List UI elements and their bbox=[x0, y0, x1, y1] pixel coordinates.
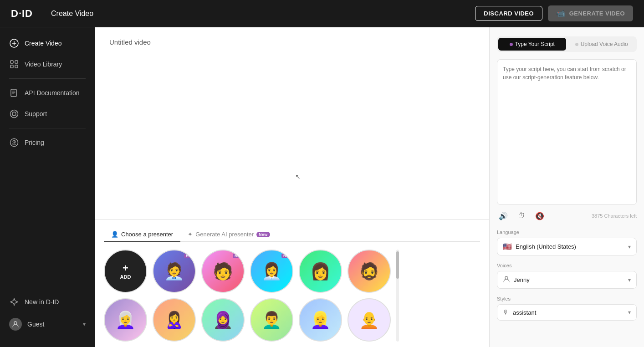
style-value: assistant bbox=[513, 309, 536, 316]
sidebar-bottom: New in D-ID Guest ▾ bbox=[0, 286, 95, 342]
sidebar-item-create-video[interactable]: Create Video bbox=[0, 33, 95, 54]
script-tools: 🔊 ⏱ 🔇 bbox=[497, 209, 546, 222]
sparkle-icon bbox=[9, 297, 19, 307]
lifebuoy-icon bbox=[9, 109, 19, 119]
styles-group: Styles 🎙 assistant ▾ bbox=[497, 296, 637, 321]
language-value: English (United States) bbox=[516, 243, 576, 250]
timer-icon[interactable]: ⏱ bbox=[515, 209, 528, 222]
video-title[interactable]: Untitled video bbox=[109, 38, 151, 46]
scrollbar[interactable] bbox=[396, 250, 399, 342]
header: D·ID Create Video DISCARD VIDEO 📹 GENERA… bbox=[0, 0, 644, 27]
language-group: Language 🇺🇸 English (United States) ▾ bbox=[497, 230, 637, 255]
guest-chevron: ▾ bbox=[83, 321, 86, 327]
presenter-6[interactable]: 👩‍🦳 bbox=[104, 298, 147, 342]
voices-chevron-icon: ▾ bbox=[628, 277, 631, 283]
sidebar-item-new-in-did[interactable]: New in D-ID bbox=[0, 291, 95, 312]
sidebar-nav: Create Video Video Library bbox=[0, 33, 95, 286]
right-panel: Type Your Script Upload Voice Audio 🔊 ⏱ … bbox=[489, 27, 644, 347]
us-flag: 🇺🇸 bbox=[503, 242, 512, 251]
hq-badge-2: HQ bbox=[233, 253, 242, 258]
char-count: 3875 Characters left bbox=[592, 213, 637, 219]
create-video-label: Create Video bbox=[25, 40, 61, 47]
presenter-5[interactable]: 🧔 bbox=[348, 250, 391, 293]
presenter-3[interactable]: 👩‍💼 HQ bbox=[250, 250, 293, 293]
dollar-icon bbox=[9, 138, 19, 148]
pricing-label: Pricing bbox=[25, 139, 44, 146]
svg-rect-1 bbox=[10, 61, 13, 63]
api-docs-label: API Documentation bbox=[25, 89, 80, 97]
presenter-1[interactable]: 🧑‍💼 HQ bbox=[153, 250, 196, 293]
svg-point-9 bbox=[14, 321, 17, 324]
sidebar-item-support[interactable]: Support bbox=[0, 103, 95, 124]
scrollbar-thumb bbox=[396, 251, 399, 279]
presenter-7[interactable]: 🙎‍♀️ bbox=[153, 298, 196, 342]
script-area: 🔊 ⏱ 🔇 3875 Characters left bbox=[497, 59, 637, 222]
discard-video-button[interactable]: DISCARD VIDEO bbox=[475, 6, 542, 21]
svg-point-7 bbox=[12, 112, 16, 116]
generate-video-button[interactable]: 📹 GENERATE VIDEO bbox=[548, 5, 633, 21]
person-icon: 👤 bbox=[111, 231, 118, 238]
header-left: D·ID Create Video bbox=[11, 8, 93, 20]
plus-circle-icon bbox=[9, 38, 19, 48]
language-label: Language bbox=[497, 230, 637, 235]
new-badge: New bbox=[256, 232, 270, 237]
voices-select[interactable]: Jenny ▾ bbox=[497, 271, 637, 289]
presenter-row-2: 👩‍🦳 🙎‍♀️ 🧕 👨‍🦱 👱‍♀️ bbox=[104, 298, 391, 342]
language-chevron-icon: ▾ bbox=[628, 244, 631, 250]
presenter-row-1: + ADD 🧑‍💼 HQ 🧑 HQ 👩‍💼 bbox=[104, 250, 391, 293]
video-library-label: Video Library bbox=[25, 61, 62, 68]
logo-text: D·ID bbox=[11, 8, 33, 20]
script-toolbar: 🔊 ⏱ 🔇 3875 Characters left bbox=[497, 207, 637, 222]
volume-icon[interactable]: 🔊 bbox=[497, 209, 510, 222]
script-tabs: Type Your Script Upload Voice Audio bbox=[497, 36, 637, 52]
svg-rect-5 bbox=[11, 89, 16, 97]
logo: D·ID bbox=[11, 8, 33, 20]
video-canvas: Untitled video ↖ bbox=[95, 27, 489, 219]
sidebar-item-guest[interactable]: Guest ▾ bbox=[0, 312, 95, 336]
sidebar-divider-1 bbox=[9, 78, 86, 79]
support-label: Support bbox=[25, 110, 47, 117]
avatar bbox=[9, 318, 22, 331]
tab-type-script[interactable]: Type Your Script bbox=[498, 38, 566, 51]
video-camera-icon: 📹 bbox=[556, 9, 566, 18]
tab-upload-audio[interactable]: Upload Voice Audio bbox=[568, 38, 636, 51]
hq-badge-3: HQ bbox=[281, 253, 291, 258]
sidebar: Create Video Video Library bbox=[0, 27, 95, 347]
hq-badge-1: HQ bbox=[184, 253, 193, 258]
svg-rect-2 bbox=[15, 61, 18, 63]
presenter-11[interactable]: 🧑‍🦲 bbox=[348, 298, 391, 342]
header-title: Create Video bbox=[51, 10, 93, 18]
styles-select[interactable]: 🎙 assistant ▾ bbox=[497, 304, 637, 321]
main-layout: Create Video Video Library bbox=[0, 27, 644, 347]
tab-choose-presenter[interactable]: 👤 Choose a presenter bbox=[104, 227, 180, 242]
header-actions: DISCARD VIDEO 📹 GENERATE VIDEO bbox=[475, 5, 633, 21]
mic-icon: 🎙 bbox=[503, 309, 509, 316]
ai-sparkle-icon: ✦ bbox=[188, 231, 193, 238]
presenter-grid: + ADD 🧑‍💼 HQ 🧑 HQ 👩‍💼 bbox=[104, 250, 480, 347]
new-in-did-label: New in D-ID bbox=[25, 298, 59, 306]
presenter-9[interactable]: 👨‍🦱 bbox=[250, 298, 293, 342]
content-area: Untitled video ↖ 👤 Choose a presenter ✦ … bbox=[95, 27, 489, 347]
presenter-rows: + ADD 🧑‍💼 HQ 🧑 HQ 👩‍💼 bbox=[104, 250, 391, 342]
script-textarea[interactable] bbox=[497, 59, 637, 205]
presenter-tabs: 👤 Choose a presenter ✦ Generate AI prese… bbox=[104, 227, 480, 242]
doc-icon bbox=[9, 88, 19, 98]
plus-icon: + bbox=[123, 263, 128, 273]
voices-group: Voices Jenny ▾ bbox=[497, 263, 637, 289]
presenter-8[interactable]: 🧕 bbox=[201, 298, 245, 342]
presenter-10[interactable]: 👱‍♀️ bbox=[299, 298, 342, 342]
sidebar-item-video-library[interactable]: Video Library bbox=[0, 54, 95, 75]
svg-point-10 bbox=[505, 276, 508, 279]
guest-label: Guest bbox=[27, 321, 44, 328]
add-presenter-button[interactable]: + ADD bbox=[104, 250, 147, 293]
sidebar-item-api-docs[interactable]: API Documentation bbox=[0, 82, 95, 103]
presenter-4[interactable]: 👩 bbox=[299, 250, 342, 293]
tab-generate-ai[interactable]: ✦ Generate AI presenter New bbox=[180, 227, 277, 242]
svg-rect-4 bbox=[15, 65, 18, 68]
presenter-2[interactable]: 🧑 HQ bbox=[201, 250, 245, 293]
sidebar-item-pricing[interactable]: Pricing bbox=[0, 132, 95, 153]
voice-person-icon bbox=[503, 276, 510, 284]
language-select[interactable]: 🇺🇸 English (United States) ▾ bbox=[497, 238, 637, 255]
add-label: ADD bbox=[120, 274, 131, 280]
mute-icon[interactable]: 🔇 bbox=[533, 209, 546, 222]
